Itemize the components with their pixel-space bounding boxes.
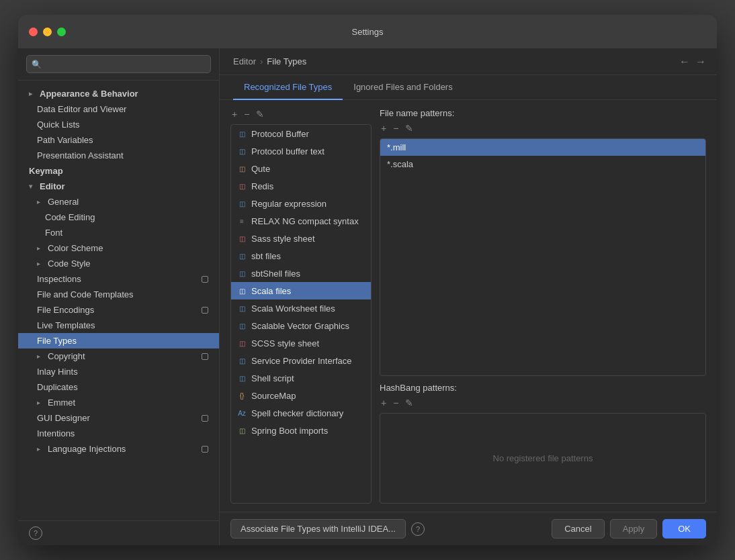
sidebar-item-live-templates[interactable]: Live Templates [18, 318, 219, 333]
associate-button[interactable]: Associate File Types with IntelliJ IDEA.… [230, 519, 406, 539]
file-item-scala-worksheet[interactable]: ◫ Scala Worksheet files [231, 299, 371, 317]
sidebar-item-file-types[interactable]: File Types [18, 333, 219, 348]
window-controls [29, 28, 66, 36]
sidebar-item-gui-designer[interactable]: GUI Designer [18, 410, 219, 426]
sidebar-item-inspections[interactable]: Inspections [18, 271, 219, 287]
sidebar-item-code-style[interactable]: ▸ Code Style [18, 256, 219, 271]
file-type-icon: ◫ [236, 128, 247, 139]
ok-button[interactable]: OK [662, 519, 706, 539]
file-item-regular-expression[interactable]: ◫ Regular expression [231, 195, 371, 212]
sidebar-item-appearance-behavior[interactable]: ▸ Appearance & Behavior [18, 86, 219, 101]
associate-help-button[interactable]: ? [411, 522, 425, 536]
file-item-sass[interactable]: ◫ Sass style sheet [231, 230, 371, 247]
file-item-label: Regular expression [251, 199, 327, 209]
file-item-sourcemap[interactable]: {} SourceMap [231, 387, 371, 404]
file-item-label: sbtShell files [251, 269, 300, 279]
file-type-icon: ◫ [236, 250, 247, 261]
tab-recognized[interactable]: Recognized File Types [233, 75, 343, 100]
sidebar-item-label: Color Scheme [48, 243, 103, 253]
sidebar-item-inlay-hints[interactable]: Inlay Hints [18, 364, 219, 379]
sidebar-item-file-encodings[interactable]: File Encodings [18, 302, 219, 318]
sidebar-item-color-scheme[interactable]: ▸ Color Scheme [18, 240, 219, 256]
file-type-icon: {} [236, 390, 247, 401]
hashbang-patterns-section: HashBang patterns: + − ✎ No registered f… [380, 383, 706, 504]
hashbang-toolbar: + − ✎ [380, 397, 706, 409]
sidebar-item-editor[interactable]: ▾ Editor [18, 179, 219, 194]
file-item-redis[interactable]: ◫ Redis [231, 177, 371, 195]
file-item-spell-checker[interactable]: Az Spell checker dictionary [231, 404, 371, 422]
minimize-button[interactable] [43, 28, 52, 36]
sidebar-item-emmet[interactable]: ▸ Emmet [18, 395, 219, 410]
file-item-service-provider[interactable]: ◫ Service Provider Interface [231, 352, 371, 369]
tab-ignored[interactable]: Ignored Files and Folders [343, 75, 463, 100]
help-button[interactable]: ? [29, 526, 42, 540]
sidebar-item-language-injections[interactable]: ▸ Language Injections [18, 441, 219, 457]
sidebar-item-label: Appearance & Behavior [40, 89, 138, 99]
file-type-icon: ◫ [236, 146, 247, 156]
add-file-type-button[interactable]: + [230, 108, 239, 120]
sidebar-item-quick-lists[interactable]: Quick Lists [18, 117, 219, 132]
sidebar-item-general[interactable]: ▸ General [18, 194, 219, 209]
forward-button[interactable]: → [695, 56, 706, 68]
edit-pattern-button[interactable]: ✎ [404, 122, 415, 134]
sidebar-item-keymap[interactable]: Keymap [18, 163, 219, 179]
hashbang-patterns-label: HashBang patterns: [380, 383, 706, 393]
file-item-label: Spring Boot imports [251, 426, 328, 436]
file-item-protocol-buffer[interactable]: ◫ Protocol Buffer [231, 125, 371, 142]
badge-icon [202, 276, 208, 283]
apply-button[interactable]: Apply [610, 519, 658, 539]
sidebar-item-intentions[interactable]: Intentions [18, 426, 219, 441]
sidebar-item-font[interactable]: Font [18, 225, 219, 240]
file-item-protocol-buffer-text[interactable]: ◫ Protocol buffer text [231, 142, 371, 160]
remove-hashbang-button[interactable]: − [392, 397, 400, 409]
search-input[interactable] [26, 55, 211, 73]
file-item-spring-boot[interactable]: ◫ Spring Boot imports [231, 422, 371, 439]
sidebar-item-copyright[interactable]: ▸ Copyright [18, 348, 219, 364]
edit-file-type-button[interactable]: ✎ [255, 108, 265, 120]
close-button[interactable] [29, 28, 38, 36]
file-item-label: RELAX NG compact syntax [251, 216, 359, 226]
search-icon: 🔍 [32, 60, 42, 69]
file-item-sbtshell-files[interactable]: ◫ sbtShell files [231, 265, 371, 282]
file-type-icon: ◫ [236, 338, 247, 348]
sidebar-item-file-code-templates[interactable]: File and Code Templates [18, 287, 219, 302]
add-hashbang-button[interactable]: + [380, 397, 388, 409]
no-patterns-text: No registered file patterns [380, 453, 705, 463]
file-item-label: Scala files [251, 286, 291, 296]
remove-pattern-button[interactable]: − [392, 122, 400, 134]
cancel-button[interactable]: Cancel [552, 519, 604, 539]
badge-icon [202, 446, 208, 453]
pattern-item-mill[interactable]: *.mill [380, 139, 705, 156]
file-item-scala-files[interactable]: ◫ Scala files [231, 282, 371, 299]
edit-hashbang-button[interactable]: ✎ [404, 397, 415, 409]
sidebar-item-duplicates[interactable]: Duplicates [18, 379, 219, 395]
sidebar-item-label: Path Variables [37, 135, 93, 145]
file-type-icon: ≡ [236, 216, 247, 226]
file-name-patterns-section: File name patterns: + − ✎ *.mill *.scala [380, 108, 706, 376]
sidebar-item-presentation[interactable]: Presentation Assistant [18, 148, 219, 163]
sidebar-item-label: File Types [37, 336, 77, 346]
file-item-label: Sass style sheet [251, 234, 315, 244]
add-pattern-button[interactable]: + [380, 122, 388, 134]
file-item-shell-script[interactable]: ◫ Shell script [231, 369, 371, 387]
expand-icon: ▸ [29, 90, 37, 97]
file-type-icon: ◫ [236, 355, 247, 366]
sidebar-item-label: Language Injections [48, 444, 126, 454]
sidebar-item-path-variables[interactable]: Path Variables [18, 132, 219, 148]
back-button[interactable]: ← [679, 56, 690, 68]
sidebar-item-label: Copyright [48, 351, 85, 361]
file-item-scalable-vector[interactable]: ◫ Scalable Vector Graphics [231, 317, 371, 334]
file-item-scss[interactable]: ◫ SCSS style sheet [231, 334, 371, 352]
file-item-relax-ng[interactable]: ≡ RELAX NG compact syntax [231, 212, 371, 230]
file-type-icon: ◫ [236, 198, 247, 209]
file-item-label: Scala Worksheet files [251, 304, 335, 314]
maximize-button[interactable] [57, 28, 66, 36]
file-item-qute[interactable]: ◫ Qute [231, 160, 371, 177]
remove-file-type-button[interactable]: − [243, 108, 251, 120]
sidebar-item-data-editor[interactable]: Data Editor and Viewer [18, 101, 219, 117]
sidebar-item-code-editing[interactable]: Code Editing [18, 209, 219, 225]
file-item-sbt-files[interactable]: ◫ sbt files [231, 247, 371, 265]
file-item-label: Protocol buffer text [251, 146, 325, 156]
window-title: Settings [352, 27, 384, 37]
pattern-item-scala[interactable]: *.scala [380, 156, 705, 173]
